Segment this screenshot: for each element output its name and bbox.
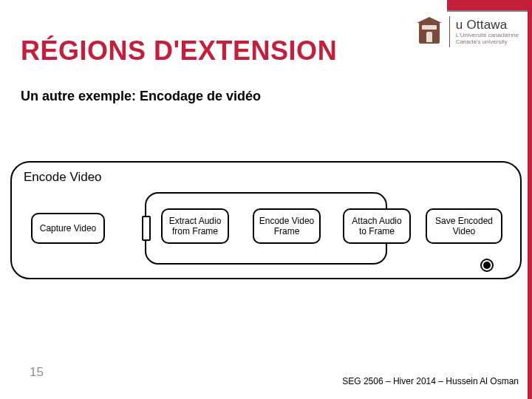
page-number: 15: [30, 365, 44, 380]
activity-final-node-icon: [480, 259, 494, 272]
footer-text: SEG 2506 – Hiver 2014 – Hussein Al Osman: [342, 376, 519, 387]
logo-building-icon: [417, 17, 442, 47]
node-extract-audio: Extract Audio from Frame: [161, 208, 229, 244]
slide-subtitle: Un autre exemple: Encodage de vidéo: [21, 89, 261, 104]
activity-region-encode-video: Encode Video Capture Video Extract Audio…: [10, 161, 522, 279]
top-accent-bar: [0, 0, 532, 10]
accent-grey: [447, 10, 532, 12]
logo-tagline-en: Canada's university: [456, 39, 519, 46]
node-encode-frame: Encode Video Frame: [253, 208, 321, 244]
accent-red: [447, 0, 532, 10]
slide-title: RÉGIONS D'EXTENSION: [21, 35, 337, 66]
university-logo: u Ottawa L'Université canadienne Canada'…: [417, 16, 519, 47]
logo-divider: [449, 16, 450, 47]
logo-text: u Ottawa L'Université canadienne Canada'…: [456, 18, 519, 46]
node-save-video: Save Encoded Video: [426, 208, 502, 244]
logo-brand: u Ottawa: [456, 18, 519, 33]
right-accent-strip: [528, 0, 532, 399]
node-capture-video: Capture Video: [31, 213, 105, 244]
node-attach-audio: Attach Audio to Frame: [343, 208, 411, 244]
region-label: Encode Video: [24, 170, 513, 185]
